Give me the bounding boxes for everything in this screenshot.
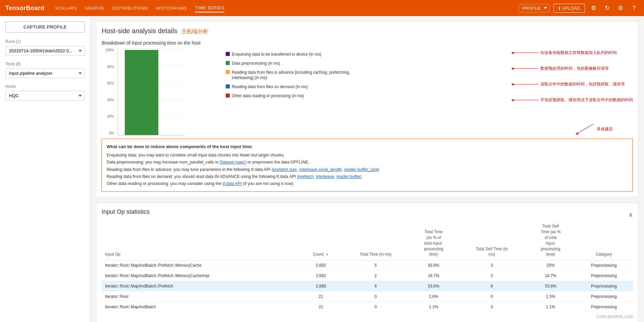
link-interleave[interactable]: interleave [316,174,334,179]
td-category-2: Preprocessing [575,281,633,292]
settings-gear-icon[interactable]: ⚙ [589,4,598,12]
hosts-select[interactable]: HQC [5,91,85,101]
td-count-0: 2,692 [301,260,341,271]
nav-scalars[interactable]: SCALARS [55,4,76,12]
y-label-100: 100% [105,48,115,52]
link-tfdata-api[interactable]: tf.data API [222,181,242,186]
rec-item-1: Data preprocessing: you may increase num… [107,159,628,166]
recommendations-box: What can be done to reduce above compone… [102,139,633,192]
bar-preprocessing [125,50,158,135]
tools-select[interactable]: input pipeline analyzer [5,68,85,78]
zh-note-0: 向设备传输数据之前将数据加入队列的时间 数据预处理的时间，包括图像解压缩等 [512,50,633,113]
link-prefetch-size[interactable]: prefetch size [273,167,297,172]
td-op-0: Iterator::Root::MapAndBatch::Prefetch::M… [102,260,301,271]
legend-color-preprocess [226,61,230,65]
td-total-pct-1: 18.7% [410,271,457,281]
td-op-3: Iterator::Root [102,292,301,302]
stats-title: Input Op statistics [102,208,150,215]
th-self-time: Total Self Time (inms) [457,221,527,260]
td-self-time-0: 3 [457,260,527,271]
capture-profile-button[interactable]: CAPTURE PROFILE [5,21,85,33]
zh-note-1-text: 数据预处理的时间，包括图像解压缩等 [540,66,609,71]
hosts-label: Hosts [5,84,85,89]
y-label-60: 60% [105,81,115,85]
zh-note-3-text: 不包括预抓取、缓存情况下读取文件中的数据的时间 [540,97,633,103]
td-self-time-2: 6 [457,281,527,292]
table-row: Iterator::Root::MapAndBatch::Prefetch::M… [102,260,633,271]
th-input-op: Input Op [102,221,301,260]
legend-item-1: Data preprocessing (in ms) [226,61,353,66]
sort-icon-count[interactable]: ▼ [325,252,329,257]
legend-label-other: Other data reading or processing (in ms) [232,93,304,99]
td-total-pct-3: 2.6% [410,292,457,302]
app-brand: TensorBoard [5,5,44,12]
link-dataset-map[interactable]: Dataset map() [220,160,246,165]
td-total-pct-0: 43.8% [410,260,457,271]
zh-annotations: 向设备传输数据之前将数据加入队列的时间 数据预处理的时间，包括图像解压缩等 [360,48,633,139]
td-count-2: 2,688 [301,281,341,292]
legend-item-2: Reading data from files in advance [incl… [226,70,353,81]
refresh-icon[interactable]: ↻ [602,4,612,12]
link-reader-buffer[interactable]: reader buffer [336,174,360,179]
topnav: TensorBoard SCALARS GRAPHS DISTRIBUTIONS… [0,0,644,16]
settings-icon[interactable]: ⚙ [616,4,625,12]
y-label-80: 80% [105,65,115,69]
td-op-4: Iterator::Root::MapAndBatch [102,302,301,312]
td-total-time-4: 0 [341,302,410,312]
host-panel-title: Host-side analysis details [102,27,177,35]
td-category-1: Preprocessing [575,271,633,281]
nav-graphs[interactable]: GRAPHS [85,4,104,12]
table-row: Iterator::Root::MapAndBatch 21 0 1.1% 0 … [102,302,633,312]
td-self-pct-0: 25% [527,260,575,271]
rec-item-0: Enqueuing data: you may want to combine … [107,152,628,159]
td-category-0: Preprocessing [575,260,633,271]
collapse-icon[interactable]: ∧ [629,211,633,218]
nav-time-series[interactable]: TIME SERIES [195,4,224,12]
th-total-time: Total Time (in ms) [341,221,410,260]
layout: CAPTURE PROFILE Runs (1) 20220714-165041… [0,16,644,322]
td-count-1: 2,692 [301,271,341,281]
legend-color-demand [226,84,230,88]
zh-note-0-text: 向设备传输数据之前将数据加入队列的时间 [540,50,617,56]
nav-distributions[interactable]: DISTRIBUTIONS [112,4,148,12]
rec-item-3: Reading data from files on demand: you s… [107,173,628,180]
stats-panel: Input Op statistics ∧ Input Op Count ▼ T… [96,203,639,322]
td-total-time-3: 0 [341,292,410,302]
bar-chart-container: 100% 80% 60% 40% 20% 0% [102,48,219,139]
legend-color-other [226,93,230,98]
legend-label-advance: Reading data from files in advance [incl… [232,70,353,81]
td-total-time-0: 5 [341,260,410,271]
td-self-pct-1: 18.7% [527,271,575,281]
td-count-4: 21 [301,302,341,312]
th-category: Category [575,221,633,260]
link-prefetch[interactable]: prefetch [299,174,314,179]
td-total-pct-2: 53.6% [410,281,457,292]
stats-table-body: Iterator::Root::MapAndBatch::Prefetch::M… [102,260,633,312]
zh-note-4-text: 具体建议 [597,126,613,132]
td-total-time-2: 6 [341,281,410,292]
link-reader-buffer-size[interactable]: reader buffer_size [344,167,378,172]
legend-item-0: Enqueuing data to be transferred to devi… [226,52,353,57]
runs-select[interactable]: 20220714-165041\train\2022 0... [5,46,85,56]
td-self-time-4: 0 [457,302,527,312]
y-label-20: 20% [105,115,115,118]
stats-table: Input Op Count ▼ Total Time (in ms) Tota… [102,221,633,312]
legend-label-enqueue: Enqueuing data to be transferred to devi… [232,52,321,57]
table-row: Iterator::Root::MapAndBatch::Prefetch 2,… [102,281,633,292]
legend-area: Enqueuing data to be transferred to devi… [226,48,353,139]
nav-histograms[interactable]: HISTOGRAMS [156,4,187,12]
upload-button[interactable]: ℹ UPLOAD [553,4,585,13]
legend-item-4: Other data reading or processing (in ms) [226,93,353,99]
profile-select[interactable]: PROFILE [519,4,549,12]
rec-title: What can be done to reduce above compone… [107,143,628,150]
bar-chart: 100% 80% 60% 40% 20% 0% [118,48,185,135]
link-interleave-cycle[interactable]: interleave cycle_length [299,167,342,172]
legend-label-demand: Reading data from files on demand (in ms… [232,84,308,90]
help-icon[interactable]: ? [629,5,639,12]
td-op-2: Iterator::Root::MapAndBatch::Prefetch [102,281,301,292]
td-self-pct-3: 1.5% [527,292,575,302]
td-count-3: 21 [301,292,341,302]
upload-icon: ℹ [558,6,560,11]
td-total-pct-4: 1.1% [410,302,457,312]
td-total-time-1: 2 [341,271,410,281]
